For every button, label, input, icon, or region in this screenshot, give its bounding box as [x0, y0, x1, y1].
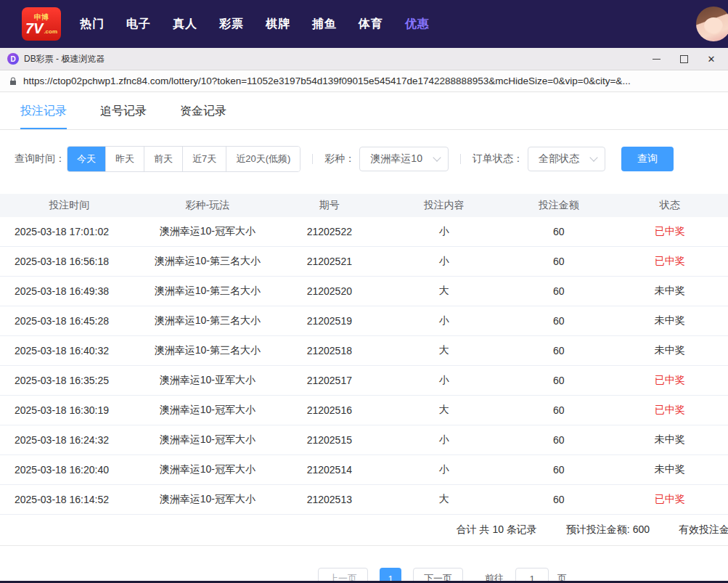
bet-time: 2025-03-18 16:35:25: [0, 375, 139, 386]
bet-content: 小: [383, 374, 507, 387]
query-button[interactable]: 查询: [621, 147, 674, 171]
bet-status: 已中奖: [611, 404, 727, 417]
bet-amount: 60: [506, 404, 611, 416]
bet-time: 2025-03-18 16:20:40: [0, 464, 139, 476]
bet-content: 大: [383, 493, 507, 506]
bet-play: 澳洲幸运10-冠军大小: [139, 493, 277, 506]
divider: [460, 154, 461, 164]
bet-play: 澳洲幸运10-冠军大小: [139, 433, 277, 447]
page-content: 投注记录 追号记录 资金记录 查询时间： 今天 昨天 前天 近7天 近20天(低…: [0, 92, 728, 583]
bet-time: 2025-03-18 17:01:02: [0, 226, 139, 237]
bet-amount: 60: [506, 315, 611, 327]
bet-status: 已中奖: [611, 225, 727, 238]
divider: [312, 154, 313, 164]
table-header-cell: 期号: [277, 199, 382, 212]
maximize-icon[interactable]: [673, 51, 695, 67]
bet-amount: 60: [506, 494, 611, 505]
url-text[interactable]: https://ctop02pchwp1.zfnc84.com/lottery/…: [23, 76, 631, 86]
table-row: 2025-03-18 17:01:02 澳洲幸运10-冠军大小 21202522…: [0, 217, 728, 247]
status-filter-label: 订单状态：: [473, 152, 523, 166]
nav-item[interactable]: 捕鱼: [312, 17, 337, 32]
bet-play: 澳洲幸运10-第三名大小: [139, 344, 277, 357]
summary-expected-amount: 预计投注金额: 600: [566, 523, 650, 537]
bet-issue: 21202515: [277, 434, 382, 446]
bet-issue: 21202522: [277, 226, 382, 237]
bet-play: 澳洲幸运10-冠军大小: [139, 225, 277, 238]
address-bar[interactable]: https://ctop02pchwp1.zfnc84.com/lottery/…: [0, 70, 728, 92]
brand-logo-main: 7V .com: [25, 21, 57, 36]
browser-titlebar: D DB彩票 - 极速浏览器 ✕: [0, 48, 728, 70]
bet-amount: 60: [506, 345, 611, 356]
table-header-cell: 彩种-玩法: [139, 199, 277, 212]
tab[interactable]: 追号记录: [100, 104, 147, 129]
bet-records-table: 投注时间 彩种-玩法 期号 投注内容 投注金额 状态 2025-03-18 17…: [0, 194, 728, 515]
bet-content: 小: [383, 314, 507, 327]
minimize-icon[interactable]: [645, 51, 667, 67]
nav-item[interactable]: 优惠: [405, 17, 430, 32]
bet-play: 澳洲幸运10-第三名大小: [139, 314, 277, 327]
table-header-cell: 投注金额: [506, 199, 611, 212]
table-row: 2025-03-18 16:24:32 澳洲幸运10-冠军大小 21202515…: [0, 425, 728, 455]
bet-issue: 21202514: [277, 464, 382, 476]
table-row: 2025-03-18 16:45:28 澳洲幸运10-第三名大小 2120251…: [0, 306, 728, 336]
close-icon[interactable]: ✕: [700, 51, 722, 67]
bet-issue: 21202518: [277, 345, 382, 356]
bet-amount: 60: [506, 256, 611, 267]
bet-time: 2025-03-18 16:30:19: [0, 404, 139, 416]
nav-item[interactable]: 体育: [359, 17, 383, 32]
top-navigation: 申博 7V .com 热门 电子 真人 彩票 棋牌 捕鱼 体育 优惠: [0, 0, 728, 48]
time-filter-button[interactable]: 昨天: [105, 147, 144, 171]
lottery-select[interactable]: 澳洲幸运10: [359, 147, 449, 171]
bet-amount: 60: [506, 226, 611, 237]
bet-issue: 21202517: [277, 375, 382, 386]
nav-item[interactable]: 热门: [80, 17, 105, 32]
brand-logo-com: .com: [44, 29, 57, 35]
summary-bar: 合计 共 10 条记录 预计投注金额: 600 有效投注金: [0, 515, 728, 546]
order-status-select[interactable]: 全部状态: [528, 147, 605, 171]
table-row: 2025-03-18 16:35:25 澳洲幸运10-亚军大小 21202517…: [0, 366, 728, 396]
bet-status: 未中奖: [611, 463, 727, 476]
brand-logo-cn: 申博: [34, 13, 49, 21]
bet-amount: 60: [506, 434, 611, 446]
chevron-down-icon: [589, 153, 597, 161]
brand-logo-7v: 7V: [25, 21, 43, 36]
time-filter-button[interactable]: 近7天: [182, 147, 226, 171]
user-avatar[interactable]: [696, 7, 728, 41]
nav-item[interactable]: 彩票: [219, 17, 244, 32]
nav-item[interactable]: 真人: [173, 17, 197, 32]
record-tabs: 投注记录 追号记录 资金记录: [0, 92, 728, 130]
nav-item[interactable]: 棋牌: [266, 17, 290, 32]
bet-play: 澳洲幸运10-冠军大小: [139, 463, 277, 476]
lottery-filter-label: 彩种：: [324, 152, 355, 166]
bet-status: 已中奖: [611, 374, 727, 387]
order-status-value: 全部状态: [539, 152, 579, 166]
filter-bar: 查询时间： 今天 昨天 前天 近7天 近20天(低频) 彩种： 澳洲幸运10: [0, 130, 728, 172]
tab[interactable]: 投注记录: [20, 104, 67, 129]
time-filter-button[interactable]: 前天: [144, 147, 182, 171]
bet-content: 小: [383, 255, 507, 268]
bet-status: 已中奖: [611, 255, 727, 268]
bet-issue: 21202519: [277, 315, 382, 327]
table-header-cell: 投注时间: [0, 199, 139, 212]
chevron-down-icon: [433, 153, 441, 161]
nav-item[interactable]: 电子: [126, 17, 151, 32]
summary-total: 合计 共 10 条记录: [457, 523, 537, 537]
screen: 申博 7V .com 热门 电子 真人 彩票 棋牌 捕鱼 体育 优惠: [0, 0, 728, 583]
bet-time: 2025-03-18 16:40:32: [0, 345, 139, 356]
tab[interactable]: 资金记录: [180, 104, 226, 129]
table-row: 2025-03-18 16:14:52 澳洲幸运10-冠军大小 21202513…: [0, 485, 728, 515]
bet-time: 2025-03-18 16:56:18: [0, 256, 139, 267]
bet-issue: 21202521: [277, 256, 382, 267]
time-filter-button[interactable]: 今天: [68, 147, 105, 171]
brand-logo[interactable]: 申博 7V .com: [22, 7, 61, 41]
time-filter-button[interactable]: 近20天(低频): [226, 147, 300, 171]
bet-status: 未中奖: [611, 344, 727, 357]
main-nav: 热门 电子 真人 彩票 棋牌 捕鱼 体育 优惠: [80, 17, 430, 32]
bet-play: 澳洲幸运10-冠军大小: [139, 404, 277, 417]
bet-amount: 60: [506, 464, 611, 476]
table-header-cell: 投注内容: [383, 199, 507, 212]
bet-content: 小: [383, 433, 507, 447]
summary-valid-amount: 有效投注金: [679, 523, 728, 537]
bet-time: 2025-03-18 16:14:52: [0, 494, 139, 505]
bet-issue: 21202516: [277, 404, 382, 416]
